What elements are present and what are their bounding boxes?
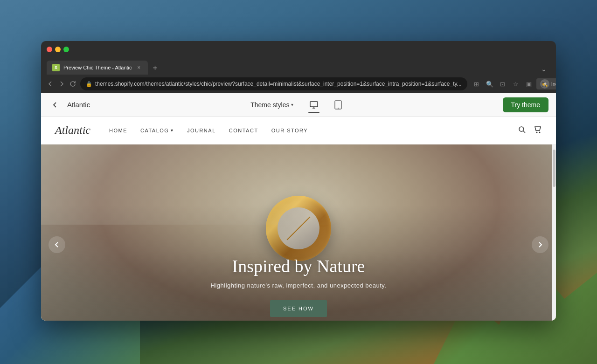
browser-window: S Preview Chic Theme - Atlantic ✕ + ⌄ (41, 41, 556, 321)
theme-styles-label: Theme styles (250, 101, 289, 109)
theme-bar-center: Theme styles ▾ (96, 97, 497, 112)
tab-favicon: S (52, 64, 60, 71)
tab-title: Preview Chic Theme - Atlantic (63, 65, 132, 70)
chevron-down-icon: ▾ (291, 102, 293, 107)
theme-bar: Atlantic Theme styles ▾ Try theme (41, 93, 556, 117)
traffic-lights (47, 47, 69, 52)
nav-home[interactable]: HOME (109, 128, 127, 133)
grid-button[interactable]: ⊞ (471, 78, 482, 89)
tabs-bar: S Preview Chic Theme - Atlantic ✕ + ⌄ (41, 58, 556, 75)
hero-next-button[interactable] (532, 236, 548, 253)
scrollbar[interactable] (552, 144, 556, 321)
hero-title: Inspired by Nature (232, 256, 365, 276)
scrollbar-thumb[interactable] (553, 150, 555, 187)
forward-button[interactable] (58, 78, 65, 89)
browser-chrome: S Preview Chic Theme - Atlantic ✕ + ⌄ (41, 41, 556, 93)
close-traffic-light[interactable] (47, 47, 52, 52)
nav-catalog[interactable]: CATALOG ▾ (140, 128, 174, 133)
site-navigation: Atlantic HOME CATALOG ▾ JOURNAL CONTACT … (41, 117, 556, 144)
back-button[interactable] (47, 78, 54, 89)
address-bar: 🔒 themes.shopify.com/themes/atlantic/sty… (41, 75, 556, 93)
svg-rect-0 (310, 102, 318, 107)
catalog-label: CATALOG (140, 128, 169, 133)
site-logo: Atlantic (55, 124, 90, 137)
nav-our-story[interactable]: OUR STORY (271, 128, 308, 133)
hero-overlay: Inspired by Nature Highlighting nature's… (41, 144, 556, 321)
search-icon[interactable] (518, 125, 526, 136)
zoom-button[interactable]: 🔍 (484, 78, 495, 89)
site-nav-links: HOME CATALOG ▾ JOURNAL CONTACT OUR STORY (109, 128, 518, 133)
star-button[interactable]: ☆ (510, 78, 521, 89)
svg-point-3 (519, 127, 524, 131)
mobile-device-button[interactable] (331, 97, 346, 112)
incognito-button[interactable]: 🕵 Incognito (536, 78, 556, 89)
tab-close-button[interactable]: ✕ (136, 64, 142, 71)
url-text: themes.shopify.com/themes/atlantic/style… (95, 81, 462, 87)
cast-button[interactable]: ⊡ (497, 78, 508, 89)
active-tab[interactable]: S Preview Chic Theme - Atlantic ✕ (47, 61, 148, 75)
site-nav-actions (518, 125, 542, 136)
svg-point-4 (536, 131, 538, 133)
hero-subtitle: Highlighting nature's raw, imperfect, an… (211, 282, 387, 289)
new-tab-button[interactable]: + (149, 62, 162, 75)
theme-name: Atlantic (67, 101, 90, 109)
browser-actions: ⊞ 🔍 ⊡ ☆ ▣ 🕵 Incognito ⋮ (471, 78, 556, 89)
svg-point-2 (338, 108, 339, 109)
desktop-device-button[interactable] (306, 97, 321, 112)
sidebar-button[interactable]: ▣ (523, 78, 535, 89)
nav-contact[interactable]: CONTACT (229, 128, 258, 133)
catalog-chevron-icon: ▾ (171, 128, 174, 133)
hero-prev-button[interactable] (49, 236, 65, 253)
cart-icon[interactable] (534, 125, 542, 136)
theme-styles-button[interactable]: Theme styles ▾ (247, 99, 297, 110)
hero-section: Inspired by Nature Highlighting nature's… (41, 144, 556, 321)
minimize-traffic-light[interactable] (55, 47, 61, 52)
maximize-traffic-light[interactable] (63, 47, 69, 52)
nav-journal[interactable]: JOURNAL (187, 128, 216, 133)
theme-back-button[interactable] (49, 98, 62, 111)
incognito-icon: 🕵 (540, 79, 549, 89)
incognito-label: Incognito (551, 81, 556, 87)
website-content: Atlantic HOME CATALOG ▾ JOURNAL CONTACT … (41, 117, 556, 321)
url-bar[interactable]: 🔒 themes.shopify.com/themes/atlantic/sty… (80, 77, 467, 90)
lock-icon: 🔒 (86, 81, 92, 87)
svg-point-5 (539, 131, 541, 133)
hero-cta-button[interactable]: SEE HOW (270, 300, 327, 317)
tab-menu-button[interactable]: ⌄ (537, 63, 550, 75)
refresh-button[interactable] (69, 78, 76, 89)
try-theme-button[interactable]: Try theme (503, 97, 549, 112)
title-bar (41, 41, 556, 58)
